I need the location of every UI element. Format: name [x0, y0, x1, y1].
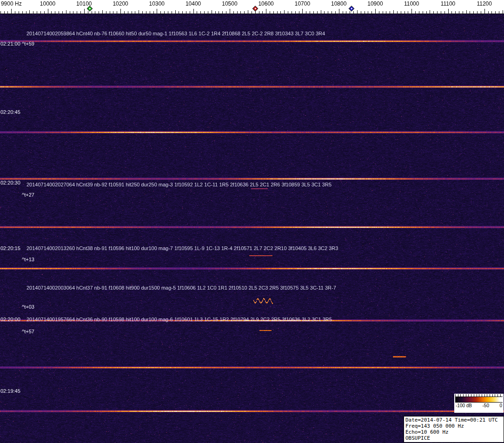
ruler-minor-tick [401, 11, 401, 13]
ruler-minor-tick [40, 11, 41, 13]
ruler-minor-tick [477, 11, 477, 13]
ruler-major-tick [157, 9, 157, 13]
ruler-minor-tick [26, 11, 27, 13]
ruler-major-tick [120, 9, 121, 13]
ruler-minor-tick [423, 11, 423, 13]
ruler-major-tick [193, 9, 194, 13]
colorbar: -100 dB -50 0 [454, 394, 504, 413]
ruler-minor-tick [244, 11, 245, 13]
ruler-minor-tick [182, 11, 183, 13]
ruler-minor-tick [128, 11, 128, 13]
ruler-minor-tick [153, 11, 154, 13]
ruler-minor-tick [288, 11, 288, 13]
ruler-minor-tick [280, 11, 281, 13]
ruler-minor-tick [328, 11, 328, 13]
ruler-major-tick [302, 9, 303, 13]
ruler-minor-tick [343, 11, 343, 13]
ruler-minor-tick [66, 10, 66, 13]
ruler-minor-tick [419, 11, 419, 13]
ruler-major-tick [48, 9, 48, 13]
colorbar-gradient [455, 397, 503, 403]
colorbar-labels: -100 dB -50 0 [455, 403, 503, 409]
ruler-minor-tick [164, 11, 165, 13]
ruler-minor-tick [240, 11, 241, 13]
ruler-minor-tick [197, 11, 197, 13]
ruler-minor-tick [491, 11, 492, 13]
ruler-minor-tick [324, 11, 325, 13]
ruler-minor-tick [273, 11, 274, 13]
ruler-minor-tick [0, 11, 1, 13]
ruler-minor-tick [379, 11, 379, 13]
ruler-frequency-label: 9900 Hz [1, 0, 22, 7]
ruler-major-tick [11, 9, 12, 13]
ruler-frequency-label: 10200 [113, 0, 128, 7]
ruler-minor-tick [292, 11, 292, 13]
ruler-minor-tick [321, 10, 321, 13]
ruler-minor-tick [430, 10, 430, 13]
marker-red-diamond [252, 6, 258, 12]
ruler-minor-tick [175, 10, 176, 13]
ruler-minor-tick [499, 11, 499, 13]
ruler-minor-tick [142, 11, 143, 13]
status-date-time: Date=2014-07-14 Time=00:21 UTC [405, 417, 502, 423]
ruler-minor-tick [284, 10, 285, 13]
ruler-minor-tick [408, 11, 408, 13]
ruler-minor-tick [262, 11, 263, 13]
ruler-minor-tick [22, 11, 23, 13]
ruler-minor-tick [29, 10, 30, 13]
spectrogram-canvas [0, 14, 504, 443]
ruler-minor-tick [459, 11, 459, 13]
ruler-minor-tick [113, 11, 113, 13]
ruler-minor-tick [33, 11, 33, 13]
ruler-minor-tick [441, 11, 441, 13]
colorbar-label-max: 0 [499, 403, 502, 409]
ruler-minor-tick [88, 11, 88, 13]
ruler-minor-tick [99, 11, 99, 13]
ruler-frequency-label: 11200 [477, 0, 491, 7]
ruler-minor-tick [415, 11, 416, 13]
colorbar-label-min: -100 dB [456, 403, 472, 409]
ruler-minor-tick [405, 11, 405, 13]
ruler-minor-tick [252, 11, 252, 13]
ruler-frequency-label: 11000 [404, 0, 419, 7]
ruler-frequency-label: 10700 [295, 0, 310, 7]
ruler-minor-tick [473, 11, 474, 13]
ruler-minor-tick [7, 11, 8, 13]
ruler-minor-tick [208, 11, 208, 13]
ruler-minor-tick [4, 11, 5, 13]
ruler-minor-tick [259, 11, 259, 13]
ruler-minor-tick [70, 11, 70, 13]
status-panel: Date=2014-07-14 Time=00:21 UTC Freq=143 … [404, 416, 504, 443]
ruler-minor-tick [313, 11, 314, 13]
ruler-major-tick [484, 9, 485, 13]
ruler-minor-tick [503, 10, 503, 13]
ruler-minor-tick [488, 11, 489, 13]
ruler-major-tick [411, 9, 412, 13]
ruler-minor-tick [73, 11, 73, 13]
ruler-major-tick [339, 9, 339, 13]
ruler-minor-tick [346, 11, 346, 13]
ruler-minor-tick [437, 11, 438, 13]
ruler-minor-tick [190, 11, 190, 13]
ruler-minor-tick [317, 11, 318, 13]
ruler-minor-tick [444, 11, 445, 13]
ruler-minor-tick [222, 11, 223, 13]
ruler-minor-tick [62, 11, 63, 13]
ruler-minor-tick [44, 11, 45, 13]
ruler-minor-tick [451, 11, 452, 13]
ruler-minor-tick [481, 11, 481, 13]
ruler-minor-tick [212, 10, 212, 13]
ruler-minor-tick [95, 11, 95, 13]
ruler-minor-tick [168, 11, 168, 13]
ruler-minor-tick [77, 11, 77, 13]
ruler-minor-tick [295, 11, 296, 13]
ruler-minor-tick [237, 11, 238, 13]
ruler-minor-tick [310, 11, 310, 13]
ruler-minor-tick [219, 11, 219, 13]
ruler-major-tick [84, 9, 85, 13]
ruler-minor-tick [390, 11, 390, 13]
ruler-minor-tick [92, 11, 92, 13]
ruler-minor-tick [386, 11, 386, 13]
ruler-minor-tick [306, 11, 306, 13]
ruler-minor-tick [371, 11, 372, 13]
